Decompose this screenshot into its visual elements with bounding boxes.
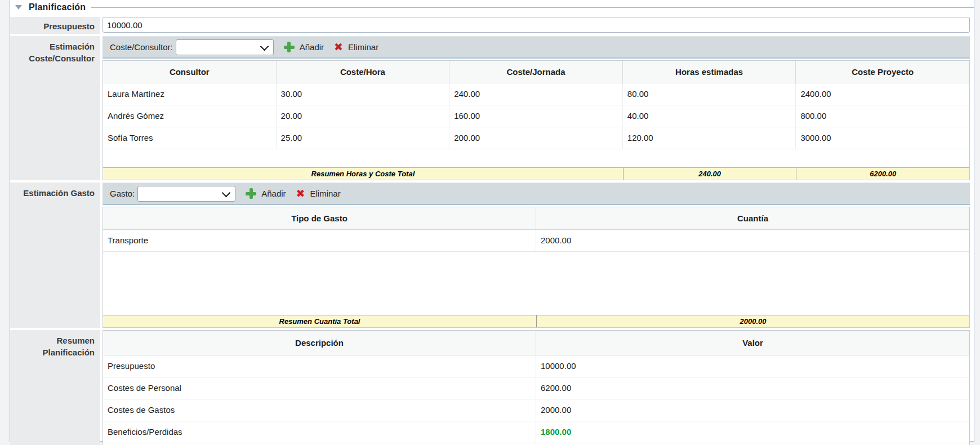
- plus-icon: [284, 42, 295, 52]
- cell-valor: 2000.00: [536, 399, 969, 421]
- cell-coste-jornada: 160.00: [449, 105, 623, 127]
- coste-consultor-select[interactable]: [176, 39, 274, 55]
- gasto-select-label: Gasto:: [110, 189, 135, 198]
- cell-cuantia: 2000.00: [536, 230, 969, 251]
- consultor-table-row[interactable]: Sofía Torres 25.00 200.00 120.00 3000.00: [103, 127, 969, 149]
- column-header-tipo-gasto: Tipo de Gasto: [103, 207, 536, 229]
- cell-coste-proyecto: 2400.00: [796, 83, 969, 105]
- resumen-label-line1: Resumen: [56, 336, 95, 345]
- gasto-table: Tipo de Gasto Cuantía Transporte 2000.00…: [103, 207, 970, 328]
- resumen-table-row[interactable]: Beneficios/Perdidas 1800.00: [103, 421, 969, 443]
- cell-coste-jornada: 240.00: [449, 83, 623, 105]
- coste-consultor-table: Consultor Coste/Hora Coste/Jornada Horas…: [103, 60, 970, 180]
- estimacion-coste-label-line1: Estimación: [50, 42, 95, 51]
- column-header-consultor: Consultor: [103, 61, 277, 83]
- cell-coste-proyecto: 3000.00: [796, 127, 969, 149]
- consultor-table-row[interactable]: Andrés Gómez 20.00 160.00 40.00 800.00: [103, 105, 969, 127]
- cell-valor: 10000.00: [536, 355, 969, 377]
- collapse-arrow-icon[interactable]: [15, 5, 22, 10]
- eliminar-button-label: Eliminar: [348, 42, 378, 52]
- coste-consultor-summary-row: Resumen Horas y Coste Total 240.00 6200.…: [103, 167, 969, 180]
- gasto-summary-row: Resumen Cuantía Total 2000.00: [103, 315, 969, 327]
- cell-descripcion: Costes de Personal: [103, 377, 536, 399]
- panel-title: Planificación: [29, 2, 86, 12]
- gasto-select[interactable]: [137, 186, 235, 202]
- column-header-coste-jornada: Coste/Jornada: [449, 61, 623, 83]
- chevron-down-icon: [260, 42, 269, 51]
- cell-consultor: Laura Martínez: [103, 83, 277, 105]
- presupuesto-input[interactable]: [103, 17, 970, 33]
- eliminar-consultor-button[interactable]: Eliminar: [334, 42, 378, 52]
- cell-horas-estimadas: 120.00: [623, 127, 796, 149]
- presupuesto-label: Presupuesto: [10, 17, 100, 34]
- estimacion-coste-section: Coste/Consultor: Añadir Eliminar Consult…: [103, 36, 970, 180]
- summary-total-coste: 6200.00: [796, 168, 969, 180]
- resumen-planificacion-label: Resumen Planificación: [10, 330, 100, 445]
- cell-coste-hora: 25.00: [277, 127, 450, 149]
- cell-coste-hora: 20.00: [277, 105, 450, 127]
- gasto-toolbar: Gasto: Añadir Eliminar: [103, 183, 970, 205]
- resumen-planificacion-section: Descripción Valor Presupuesto 10000.00 C…: [103, 330, 970, 445]
- coste-consultor-toolbar: Coste/Consultor: Añadir Eliminar: [103, 36, 970, 59]
- estimacion-coste-label-line2: Coste/Consultor: [29, 54, 95, 63]
- gasto-table-row[interactable]: Transporte 2000.00: [103, 230, 969, 252]
- cell-descripcion: Presupuesto: [103, 355, 536, 377]
- eliminar-gasto-button[interactable]: Eliminar: [296, 188, 341, 199]
- legend-divider: [91, 7, 974, 8]
- plus-icon: [246, 188, 256, 199]
- resumen-table-row[interactable]: Costes de Gastos 2000.00: [103, 399, 969, 421]
- cell-consultor: Andrés Gómez: [103, 105, 277, 127]
- resumen-table: Descripción Valor Presupuesto 10000.00 C…: [103, 330, 970, 445]
- summary-label: Resumen Cuantía Total: [103, 315, 536, 327]
- estimacion-gasto-section: Gasto: Añadir Eliminar Tipo de Gasto C: [103, 183, 970, 328]
- cell-coste-jornada: 200.00: [449, 127, 623, 149]
- anadir-gasto-button[interactable]: Añadir: [246, 188, 286, 199]
- cell-valor: 6200.00: [536, 377, 969, 399]
- cell-consultor: Sofía Torres: [103, 127, 277, 149]
- resumen-label-line2: Planificación: [42, 348, 95, 357]
- anadir-button-label: Añadir: [300, 42, 324, 52]
- resumen-table-header: Descripción Valor: [103, 331, 969, 355]
- estimacion-gasto-label: Estimación Gasto: [10, 183, 100, 328]
- cell-coste-hora: 30.00: [277, 83, 450, 105]
- presupuesto-field-wrap: [103, 17, 970, 34]
- chevron-down-icon: [222, 188, 231, 197]
- panel-legend: Planificación: [10, 0, 974, 15]
- coste-consultor-table-header: Consultor Coste/Hora Coste/Jornada Horas…: [103, 61, 969, 83]
- cell-horas-estimadas: 80.00: [623, 83, 796, 105]
- anadir-consultor-button[interactable]: Añadir: [284, 42, 324, 52]
- summary-label: Resumen Horas y Coste Total: [103, 168, 623, 180]
- x-mark-icon: [296, 188, 305, 199]
- summary-total-horas: 240.00: [623, 168, 796, 180]
- anadir-button-label: Añadir: [261, 189, 286, 198]
- cell-descripcion: Costes de Gastos: [103, 399, 536, 421]
- estimacion-coste-label: Estimación Coste/Consultor: [10, 36, 100, 180]
- gasto-table-header: Tipo de Gasto Cuantía: [103, 207, 969, 230]
- summary-total-cuantia: 2000.00: [536, 315, 969, 327]
- cell-descripcion: Beneficios/Perdidas: [103, 421, 536, 443]
- empty-table-space: [103, 252, 969, 315]
- resumen-table-row[interactable]: Costes de Personal 6200.00: [103, 377, 969, 399]
- cell-valor-beneficios: 1800.00: [536, 421, 969, 443]
- cell-coste-proyecto: 800.00: [796, 105, 969, 127]
- resumen-table-row[interactable]: Presupuesto 10000.00: [103, 355, 969, 377]
- planificacion-panel: Planificación Presupuesto Estimación Cos…: [10, 0, 974, 442]
- cell-horas-estimadas: 40.00: [623, 105, 796, 127]
- eliminar-button-label: Eliminar: [310, 189, 340, 198]
- coste-consultor-select-label: Coste/Consultor:: [110, 42, 173, 52]
- column-header-horas-estimadas: Horas estimadas: [623, 61, 796, 83]
- column-header-coste-proyecto: Coste Proyecto: [796, 61, 969, 83]
- column-header-coste-hora: Coste/Hora: [277, 61, 450, 83]
- cell-tipo-gasto: Transporte: [103, 230, 536, 251]
- consultor-table-row[interactable]: Laura Martínez 30.00 240.00 80.00 2400.0…: [103, 83, 969, 105]
- column-header-cuantia: Cuantía: [536, 207, 969, 229]
- empty-table-space: [103, 149, 969, 167]
- x-mark-icon: [334, 42, 343, 52]
- column-header-descripcion: Descripción: [103, 331, 536, 355]
- column-header-valor: Valor: [536, 331, 969, 355]
